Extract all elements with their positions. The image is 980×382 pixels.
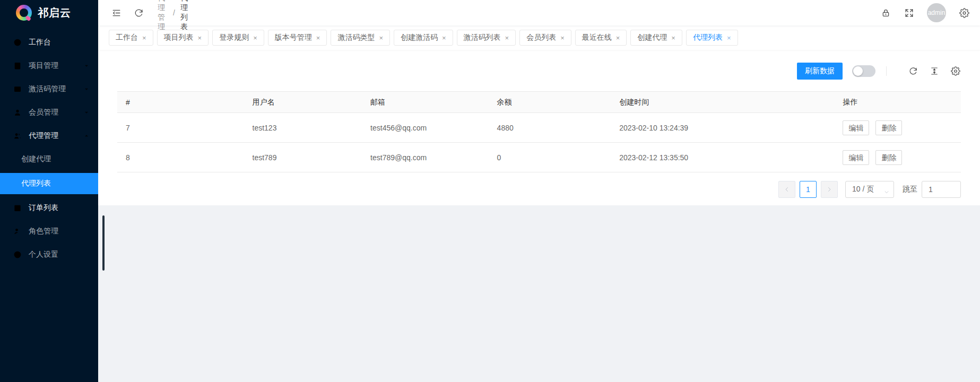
user-add-icon <box>13 227 22 236</box>
sidebar-menu: 工作台 项目管理 激活码管理 会员管理 代理管理 创建代理 代理列表 订单列表 <box>0 25 98 265</box>
tab-code-list[interactable]: 激活码列表× <box>457 30 516 46</box>
page-number-current[interactable]: 1 <box>800 181 817 198</box>
tab-close-icon[interactable]: × <box>316 34 320 41</box>
sidebar-item-create-agent[interactable]: 创建代理 <box>0 149 98 170</box>
tab-login-rules[interactable]: 登录规则× <box>212 30 264 46</box>
sidebar-item-label: 代理管理 <box>29 131 83 141</box>
cell-index: 8 <box>117 143 244 172</box>
tab-label: 项目列表 <box>164 33 194 42</box>
tab-close-icon[interactable]: × <box>616 34 620 41</box>
sidebar-item-orders[interactable]: 订单列表 <box>0 197 98 219</box>
content-area: 刷新数据 # 用户名 邮箱 余额 创建时间 操作 <box>98 50 980 382</box>
tab-label: 版本号管理 <box>275 33 312 42</box>
cell-email: test456@qq.com <box>362 113 489 143</box>
sidebar-item-profile-settings[interactable]: 个人设置 <box>0 244 98 265</box>
sidebar-item-workbench[interactable]: 工作台 <box>0 32 98 53</box>
lock-icon[interactable] <box>880 7 891 18</box>
page-size-value: 10 / 页 <box>852 185 874 194</box>
sidebar-scrollbar-thumb[interactable] <box>102 215 105 271</box>
menu-fold-icon[interactable] <box>111 7 122 18</box>
chevron-down-icon <box>83 86 90 92</box>
user-circle-icon <box>13 250 22 259</box>
jump-to-input[interactable] <box>922 181 961 198</box>
column-header-actions: 操作 <box>834 92 961 113</box>
table-header-row: # 用户名 邮箱 余额 创建时间 操作 <box>117 92 961 113</box>
cell-balance: 4880 <box>489 113 611 143</box>
prev-page-button[interactable] <box>778 181 795 198</box>
tab-close-icon[interactable]: × <box>560 34 565 41</box>
breadcrumb-parent[interactable]: 代理管理 <box>158 0 168 32</box>
tab-close-icon[interactable]: × <box>442 34 446 41</box>
edit-button[interactable]: 编辑 <box>843 150 869 165</box>
column-height-icon[interactable] <box>929 66 940 76</box>
tab-bar: 工作台× 项目列表× 登录规则× 版本号管理× 激活码类型× 创建激活码× 激活… <box>98 25 980 50</box>
cell-actions: 编辑 删除 <box>834 143 961 172</box>
reload-icon[interactable] <box>133 7 144 18</box>
next-page-button[interactable] <box>821 181 838 198</box>
edit-button[interactable]: 编辑 <box>843 120 869 135</box>
tab-close-icon[interactable]: × <box>671 34 675 41</box>
gear-icon[interactable] <box>959 7 969 18</box>
tab-create-agent[interactable]: 创建代理× <box>630 30 682 46</box>
sidebar-item-agents[interactable]: 代理管理 <box>0 125 98 146</box>
refresh-data-button[interactable]: 刷新数据 <box>797 63 843 80</box>
project-icon <box>13 61 22 71</box>
sidebar-item-label: 会员管理 <box>29 108 83 117</box>
dashboard-icon <box>13 38 22 47</box>
column-header-balance: 余额 <box>489 92 611 113</box>
delete-button[interactable]: 删除 <box>875 120 902 135</box>
tab-workbench[interactable]: 工作台× <box>109 30 153 46</box>
main-area: 代理管理 / 代理列表 admin 工作台× 项目列表× 登录规则× 版本号管理… <box>98 0 980 382</box>
sidebar-item-label: 工作台 <box>29 38 90 47</box>
chevron-down-icon <box>83 109 90 116</box>
column-header-email: 邮箱 <box>362 92 489 113</box>
brand-icon <box>16 5 32 21</box>
tab-close-icon[interactable]: × <box>198 34 202 41</box>
tab-version-management[interactable]: 版本号管理× <box>268 30 327 46</box>
tab-label: 创建代理 <box>637 33 667 42</box>
tab-close-icon[interactable]: × <box>379 34 383 41</box>
table-toggle-switch[interactable] <box>852 65 875 77</box>
table-settings-gear-icon[interactable] <box>950 66 961 76</box>
cell-created: 2023-02-12 13:35:50 <box>611 143 834 172</box>
sidebar-item-projects[interactable]: 项目管理 <box>0 55 98 76</box>
cell-balance: 0 <box>489 143 611 172</box>
tab-create-code[interactable]: 创建激活码× <box>394 30 453 46</box>
tab-close-icon[interactable]: × <box>727 34 731 41</box>
tab-close-icon[interactable]: × <box>142 34 146 41</box>
sidebar-item-activation-codes[interactable]: 激活码管理 <box>0 79 98 100</box>
sidebar-item-roles[interactable]: 角色管理 <box>0 221 98 242</box>
tab-label: 激活码列表 <box>464 33 501 42</box>
tab-close-icon[interactable]: × <box>505 34 509 41</box>
tab-member-list[interactable]: 会员列表× <box>519 30 571 46</box>
tab-code-types[interactable]: 激活码类型× <box>331 30 390 46</box>
breadcrumb-current: 代理列表 <box>180 0 191 32</box>
refresh-icon[interactable] <box>908 66 918 76</box>
fullscreen-icon[interactable] <box>904 7 914 18</box>
cell-created: 2023-02-10 13:24:39 <box>611 113 834 143</box>
sidebar-item-members[interactable]: 会员管理 <box>0 102 98 123</box>
sidebar-item-agent-list[interactable]: 代理列表 <box>0 173 98 194</box>
tab-label: 登录规则 <box>219 33 249 42</box>
tab-recent-online[interactable]: 最近在线× <box>575 30 627 46</box>
page-size-select[interactable]: 10 / 页 <box>845 181 894 198</box>
table-toolbar: 刷新数据 <box>117 50 961 91</box>
tab-label: 最近在线 <box>582 33 612 42</box>
delete-button[interactable]: 删除 <box>875 150 902 165</box>
user-icon <box>13 108 22 117</box>
sidebar-item-label: 个人设置 <box>29 250 90 259</box>
calendar-check-icon <box>13 203 22 213</box>
agent-table: # 用户名 邮箱 余额 创建时间 操作 7 test123 test456@qq… <box>117 91 961 172</box>
tab-label: 激活码类型 <box>337 33 375 42</box>
team-icon <box>13 131 22 141</box>
toolbar-divider <box>886 66 887 76</box>
cell-actions: 编辑 删除 <box>834 113 961 143</box>
avatar[interactable]: admin <box>927 3 946 22</box>
tab-close-icon[interactable]: × <box>253 34 257 41</box>
chevron-up-icon <box>83 133 90 139</box>
sidebar-item-label: 激活码管理 <box>29 84 83 94</box>
table-row: 7 test123 test456@qq.com 4880 2023-02-10… <box>117 113 961 143</box>
logo[interactable]: 祁启云 <box>0 0 98 25</box>
tab-agent-list[interactable]: 代理列表× <box>686 30 738 46</box>
tab-project-list[interactable]: 项目列表× <box>157 30 209 46</box>
